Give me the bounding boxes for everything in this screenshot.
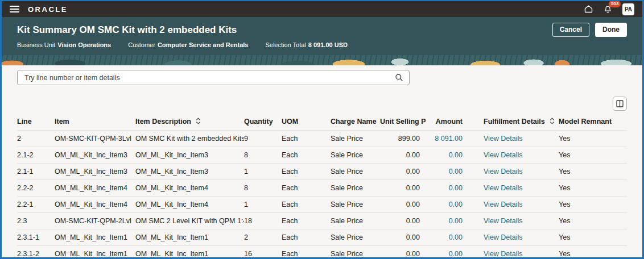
cell-line: 2.3	[17, 213, 55, 229]
cell-line: 2.3.1-2	[17, 246, 55, 259]
cell-item-description: OM_ML_Kit_Inc_Item3	[135, 164, 244, 180]
cell-uom: Each	[282, 131, 331, 147]
amount-link[interactable]: 0.00	[449, 168, 463, 176]
view-details-link[interactable]: View Details	[484, 151, 523, 159]
cell-model-remnant: Yes	[559, 147, 627, 164]
column-header-quantity: Quantity	[244, 113, 282, 131]
cell-quantity: 18	[244, 213, 282, 229]
search-input[interactable]	[24, 74, 395, 82]
cell-item: OM-SMC-KIT-QPM-2Lvl	[55, 213, 135, 229]
cell-item-description: OM SMC 2 Level KIT with QPM 1:4	[135, 213, 244, 229]
cell-item: OM_ML_Kit_Inc_Item1	[55, 246, 135, 259]
search-icon[interactable]	[395, 73, 403, 82]
view-details-link[interactable]: View Details	[484, 217, 523, 225]
cell-line: 2.3.1-1	[17, 229, 55, 246]
cell-unit-selling-price: 0.00	[380, 164, 426, 180]
user-avatar[interactable]: PA	[622, 3, 634, 15]
view-details-link[interactable]: View Details	[484, 168, 523, 176]
table-row[interactable]: 2.3 OM-SMC-KIT-QPM-2Lvl OM SMC 2 Level K…	[17, 213, 627, 229]
kit-summary-table: Line Item Item Description Quantity UOM …	[17, 113, 627, 259]
amount-link[interactable]: 0.00	[449, 184, 463, 192]
cell-model-remnant: Yes	[559, 246, 627, 259]
view-details-link[interactable]: View Details	[484, 233, 523, 241]
hamburger-menu-icon[interactable]	[10, 4, 19, 14]
meta-customer: CustomerComputer Service and Rentals	[128, 41, 248, 48]
amount-link[interactable]: 0.00	[449, 200, 463, 208]
amount-link[interactable]: 0.00	[449, 233, 463, 241]
notifications-bell-icon[interactable]: 503	[604, 5, 612, 14]
home-icon[interactable]	[584, 5, 593, 14]
table-row[interactable]: 2 OM-SMC-KIT-QPM-3Lvl OM SMC Kit with 2 …	[17, 131, 627, 147]
cell-quantity: 8	[244, 147, 282, 164]
decorative-banner	[2, 55, 642, 65]
notification-count-badge: 503	[609, 1, 621, 7]
amount-link[interactable]: 0.00	[449, 250, 463, 258]
manage-columns-button[interactable]	[613, 97, 627, 111]
cell-item: OM_ML_Kit_Inc_Item1	[55, 229, 135, 246]
cell-quantity: 16	[244, 246, 282, 259]
cell-charge-name: Sale Price	[331, 246, 380, 259]
top-bar-actions: 503 PA	[584, 3, 634, 15]
column-header-item: Item	[55, 113, 135, 131]
cell-unit-selling-price: 0.00	[380, 246, 426, 259]
column-header-fulfillment-details[interactable]: Fulfillment Details	[468, 113, 559, 131]
cell-item-description: OM_ML_Kit_Inc_Item1	[135, 229, 244, 246]
cell-uom: Each	[282, 164, 331, 180]
column-header-amount: Amount	[426, 113, 468, 131]
cell-quantity: 1	[244, 164, 282, 180]
cell-line: 2	[17, 131, 55, 147]
table-row[interactable]: 2.2-1 OM_ML_Kit_Inc_Item4 OM_ML_Kit_Inc_…	[17, 197, 627, 213]
done-button[interactable]: Done	[595, 23, 627, 37]
cell-item: OM_ML_Kit_Inc_Item4	[55, 180, 135, 197]
cell-item: OM_ML_Kit_Inc_Item4	[55, 197, 135, 213]
view-details-link[interactable]: View Details	[484, 200, 523, 208]
oracle-logo: ORACLE	[28, 5, 68, 14]
view-details-link[interactable]: View Details	[484, 135, 523, 143]
table-body: 2 OM-SMC-KIT-QPM-3Lvl OM SMC Kit with 2 …	[17, 131, 627, 259]
cell-unit-selling-price: 0.00	[380, 197, 426, 213]
table-header-row: Line Item Item Description Quantity UOM …	[17, 113, 627, 131]
cell-unit-selling-price: 899.00	[380, 131, 426, 147]
main-content: Line Item Item Description Quantity UOM …	[2, 65, 642, 259]
cell-unit-selling-price: 0.00	[380, 147, 426, 164]
cell-model-remnant: Yes	[559, 197, 627, 213]
cell-uom: Each	[282, 197, 331, 213]
meta-business-unit: Business UnitVision Operations	[17, 41, 111, 48]
search-box[interactable]	[17, 70, 410, 85]
table-row[interactable]: 2.3.1-1 OM_ML_Kit_Inc_Item1 OM_ML_Kit_In…	[17, 229, 627, 246]
cancel-button[interactable]: Cancel	[552, 23, 589, 37]
page-title: Kit Summary OM SMC Kit with 2 embedded K…	[17, 24, 237, 36]
amount-link[interactable]: 0.00	[449, 151, 463, 159]
cell-item-description: OM_ML_Kit_Inc_Item4	[135, 180, 244, 197]
cell-charge-name: Sale Price	[331, 147, 380, 164]
cell-item: OM_ML_Kit_Inc_Item3	[55, 147, 135, 164]
amount-link[interactable]: 8 091.00	[435, 135, 463, 143]
table-row[interactable]: 2.3.1-2 OM_ML_Kit_Inc_Item1 OM_ML_Kit_In…	[17, 246, 627, 259]
column-header-item-description[interactable]: Item Description	[135, 113, 244, 131]
cell-item: OM-SMC-KIT-QPM-3Lvl	[55, 131, 135, 147]
cell-unit-selling-price: 0.00	[380, 213, 426, 229]
cell-charge-name: Sale Price	[331, 164, 380, 180]
table-row[interactable]: 2.1-2 OM_ML_Kit_Inc_Item3 OM_ML_Kit_Inc_…	[17, 147, 627, 164]
cell-charge-name: Sale Price	[331, 131, 380, 147]
cell-charge-name: Sale Price	[331, 180, 380, 197]
cell-charge-name: Sale Price	[331, 197, 380, 213]
cell-model-remnant: Yes	[559, 229, 627, 246]
cell-quantity: 9	[244, 131, 282, 147]
amount-link[interactable]: 0.00	[449, 217, 463, 225]
cell-charge-name: Sale Price	[331, 229, 380, 246]
view-details-link[interactable]: View Details	[484, 250, 523, 258]
global-top-bar: ORACLE 503 PA	[2, 1, 642, 17]
table-row[interactable]: 2.1-1 OM_ML_Kit_Inc_Item3 OM_ML_Kit_Inc_…	[17, 164, 627, 180]
cell-uom: Each	[282, 246, 331, 259]
view-details-link[interactable]: View Details	[484, 184, 523, 192]
cell-uom: Each	[282, 229, 331, 246]
cell-item: OM_ML_Kit_Inc_Item3	[55, 164, 135, 180]
cell-line: 2.2-1	[17, 197, 55, 213]
column-header-line: Line	[17, 113, 55, 131]
cell-uom: Each	[282, 180, 331, 197]
app-window: ORACLE 503 PA Kit Summary OM SMC Kit wit…	[0, 0, 644, 259]
table-row[interactable]: 2.2-2 OM_ML_Kit_Inc_Item4 OM_ML_Kit_Inc_…	[17, 180, 627, 197]
cell-unit-selling-price: 0.00	[380, 229, 426, 246]
column-header-uom: UOM	[282, 113, 331, 131]
